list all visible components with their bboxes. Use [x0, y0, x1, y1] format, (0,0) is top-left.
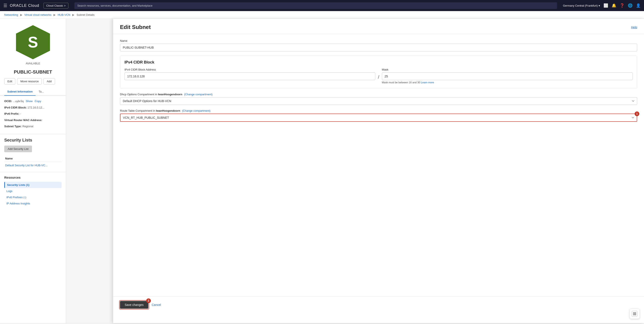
dhcp-change-compartment-link[interactable]: (Change compartment)	[184, 93, 213, 96]
modal-title: Edit Subnet	[120, 24, 151, 30]
virtual-router-label: Virtual Router MAC Address:	[4, 118, 42, 122]
search-input[interactable]	[74, 2, 557, 9]
svg-point-7	[633, 313, 634, 314]
region-selector[interactable]: Germany Central (Frankfurt) ▾	[563, 4, 600, 7]
ipv4-cidr-row: IPv4 CIDR Block: 172.16.0.12...	[4, 106, 62, 110]
cidr-block-title: IPv4 CIDR Block	[124, 60, 633, 64]
cidr-slash: /	[378, 68, 379, 80]
tab-bar: Subnet Information Ta...	[0, 88, 66, 96]
security-list-link[interactable]: Default Security List for HUB-VC...	[5, 164, 48, 167]
name-form-group: Name	[120, 39, 637, 51]
ocid-show-link[interactable]: Show	[26, 100, 33, 103]
sidebar-item-ip-address-insights[interactable]: IP Address Insights	[4, 200, 62, 206]
dhcp-select[interactable]: Default DHCP Options for HUB-VCN	[120, 97, 637, 105]
breadcrumb-networking[interactable]: Networking	[4, 13, 18, 16]
globe-icon[interactable]: 🌐	[628, 3, 632, 8]
svg-point-9	[635, 313, 636, 314]
ocid-copy-link[interactable]: Copy	[35, 100, 41, 103]
left-panel: S AVAILABLE PUBLIC-SUBNET Edit Move reso…	[0, 19, 66, 323]
route-table-badge: 1	[634, 112, 639, 116]
bell-icon[interactable]: 🔔	[612, 3, 616, 8]
svg-point-2	[635, 312, 636, 313]
add-button[interactable]: Add	[44, 78, 55, 84]
ipv4-cidr-label: IPv4 CIDR Block:	[4, 106, 27, 109]
resources-sidebar: Resources Security Lists (1) Logs IPv6 P…	[0, 172, 66, 210]
dhcp-label-row: Dhcp Options Compartment in IwanHoogendo…	[120, 93, 637, 96]
resource-title-area: PUBLIC-SUBNET	[0, 69, 66, 78]
subnet-info-section: OCID: ...uybr3q Show Copy IPv4 CIDR Bloc…	[0, 96, 66, 134]
modal-footer: 2 Save changes Cancel	[113, 296, 644, 313]
name-input[interactable]	[120, 44, 637, 51]
security-lists-section: Security Lists Add Security List Name De…	[0, 134, 66, 172]
ipv6-prefix-row: IPv6 Prefix: -	[4, 112, 62, 116]
save-button-wrapper: 2 Save changes	[120, 301, 148, 309]
breadcrumb-subnet-details: Subnet Details	[76, 13, 94, 16]
modal-help-link[interactable]: Help	[631, 26, 637, 29]
security-list-name-header: Name	[4, 155, 62, 162]
cloud-classic-button[interactable]: Cloud Classic >	[44, 3, 68, 8]
ipv6-prefix-label: IPv6 Prefix:	[4, 112, 20, 115]
virtual-router-row: Virtual Router MAC Address:	[4, 118, 62, 122]
dhcp-label: Dhcp Options Compartment in IwanHoogendo…	[120, 93, 182, 96]
sidebar-item-ipv6-prefixes[interactable]: IPv6 Prefixes (-)	[4, 194, 62, 200]
breadcrumb-hub-vcn[interactable]: HUB-VCN	[58, 13, 70, 16]
ipv6-prefix-value: -	[20, 112, 21, 115]
dhcp-form-group: Dhcp Options Compartment in IwanHoogendo…	[120, 93, 637, 105]
sidebar-item-security-lists[interactable]: Security Lists (1)	[4, 182, 62, 188]
ocid-label: OCID:	[4, 100, 12, 103]
svg-point-8	[634, 313, 635, 314]
question-icon[interactable]: ❓	[620, 3, 624, 8]
learn-more-link[interactable]: Learn more	[421, 81, 434, 84]
subnet-type-label: Subnet Type:	[4, 125, 22, 128]
svg-point-6	[634, 314, 635, 315]
tab-subnet-information[interactable]: Subnet Information	[4, 88, 36, 96]
resource-letter: S	[28, 34, 38, 51]
subnet-type-row: Subnet Type: Regional	[4, 124, 62, 128]
route-table-form-group: Route Table Compartment in IwanHoogendoo…	[120, 109, 637, 122]
resource-status: AVAILABLE	[26, 62, 40, 65]
add-security-list-button[interactable]: Add Security List	[4, 146, 32, 152]
breadcrumb: Networking ▶ Virtual cloud networks ▶ HU…	[0, 11, 644, 19]
mask-hint: Mask must be between 16 and 30 Learn mor…	[382, 81, 633, 84]
mask-input[interactable]	[382, 72, 633, 80]
hamburger-icon[interactable]: ☰	[4, 3, 7, 8]
name-label: Name	[120, 39, 637, 42]
route-table-change-compartment-link[interactable]: (Change compartment)	[182, 109, 210, 112]
cidr-address-label: IPv4 CIDR Block Address	[124, 68, 375, 71]
edit-button[interactable]: Edit	[4, 78, 15, 84]
security-list-table: Name Default Security List for HUB-VC...	[4, 155, 62, 168]
move-resource-button[interactable]: Move resource	[17, 78, 42, 84]
tab-tags[interactable]: Ta...	[36, 88, 47, 96]
cancel-button[interactable]: Cancel	[152, 303, 161, 306]
route-table-select[interactable]: VCN_RT_HUB_PUBLIC_SUBNET	[120, 114, 637, 122]
floating-help-icon[interactable]	[630, 309, 640, 319]
svg-point-5	[634, 312, 635, 313]
table-row: Default Security List for HUB-VC...	[4, 162, 62, 168]
resources-title: Resources	[4, 176, 62, 179]
monitor-icon[interactable]: ⬜	[604, 3, 608, 8]
subnet-type-value: Regional	[22, 125, 33, 128]
modal-body: Name IPv4 CIDR Block IPv4 CIDR Block Add…	[113, 34, 644, 296]
save-changes-button[interactable]: Save changes	[120, 301, 148, 309]
ocid-value: ...uybr3q	[13, 100, 24, 103]
route-table-label-row: Route Table Compartment in IwanHoogendoo…	[120, 109, 637, 112]
breadcrumb-vcn[interactable]: Virtual cloud networks	[24, 13, 51, 16]
cidr-block-section: IPv4 CIDR Block IPv4 CIDR Block Address …	[120, 56, 637, 88]
cidr-address-input[interactable]	[124, 72, 375, 80]
oracle-logo: ORACLE Cloud	[10, 4, 39, 8]
sidebar-item-logs[interactable]: Logs	[4, 188, 62, 194]
mask-label: Mask	[382, 68, 633, 71]
save-badge: 2	[146, 298, 151, 303]
footer: Terms of Use and Privacy Cookie Preferen…	[0, 323, 644, 324]
cidr-mask-group: Mask Mask must be between 16 and 30 Lear…	[382, 68, 633, 84]
svg-point-4	[635, 314, 636, 315]
cidr-row: IPv4 CIDR Block Address / Mask Mask must…	[124, 68, 633, 84]
ipv4-cidr-value: 172.16.0.12...	[28, 106, 44, 109]
modal-header: Edit Subnet Help	[113, 19, 644, 34]
user-icon[interactable]: 👤	[636, 3, 640, 8]
resource-title: PUBLIC-SUBNET	[4, 69, 62, 75]
route-table-label: Route Table Compartment in IwanHoogendoo…	[120, 109, 180, 112]
security-lists-title: Security Lists	[4, 138, 62, 142]
edit-subnet-modal: Edit Subnet Help Name IPv4 CIDR Block IP…	[113, 19, 644, 323]
svg-point-3	[633, 314, 634, 315]
